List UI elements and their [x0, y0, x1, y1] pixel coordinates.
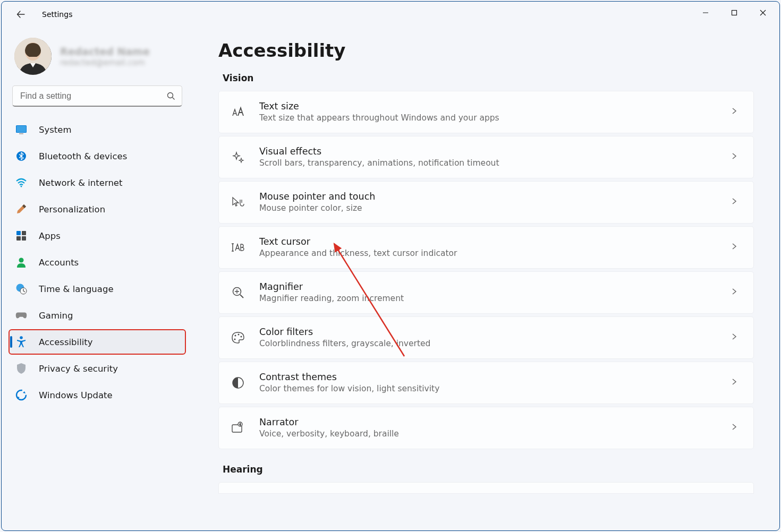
app-title: Settings [42, 10, 72, 19]
card-magnifier[interactable]: Magnifier Magnifier reading, zoom increm… [218, 271, 754, 314]
pointer-icon [231, 195, 245, 210]
card-visual-effects[interactable]: Visual effects Scroll bars, transparency… [218, 136, 754, 178]
card-mouse-pointer[interactable]: Mouse pointer and touch Mouse pointer co… [218, 181, 754, 224]
palette-icon [231, 330, 245, 345]
sidebar-item-accessibility[interactable]: Accessibility [9, 330, 185, 354]
svg-line-22 [240, 295, 243, 298]
sidebar-item-bluetooth[interactable]: Bluetooth & devices [9, 144, 185, 168]
search-icon [167, 92, 175, 100]
sidebar-item-label: Network & internet [39, 178, 122, 188]
svg-point-10 [21, 186, 22, 187]
card-body: Mouse pointer and touch Mouse pointer co… [259, 191, 731, 214]
svg-rect-13 [16, 236, 21, 241]
page-title: Accessibility [218, 40, 754, 61]
sidebar-item-personalization[interactable]: Personalization [9, 197, 185, 221]
search-box[interactable] [12, 85, 182, 107]
card-contrast-themes[interactable]: Contrast themes Color themes for low vis… [218, 362, 754, 404]
svg-point-23 [235, 335, 236, 337]
card-subtitle: Mouse pointer color, size [259, 203, 731, 214]
titlebar: Settings [2, 2, 779, 27]
contrast-icon [231, 375, 245, 390]
sidebar-item-accounts[interactable]: Accounts [9, 250, 185, 274]
chevron-right-icon [731, 332, 742, 343]
sidebar-item-time[interactable]: Time & language [9, 277, 185, 301]
sidebar: Redacted Name redacted@email.com System [2, 27, 193, 530]
card-subtitle: Text size that appears throughout Window… [259, 113, 731, 124]
person-icon [15, 256, 27, 268]
sidebar-item-label: Gaming [39, 311, 73, 321]
card-title: Mouse pointer and touch [259, 191, 731, 203]
card-title: Contrast themes [259, 371, 731, 384]
narrator-icon [231, 421, 245, 435]
card-title: Visual effects [259, 145, 731, 158]
card-narrator[interactable]: Narrator Voice, verbosity, keyboard, bra… [218, 407, 754, 449]
user-profile[interactable]: Redacted Name redacted@email.com [2, 31, 193, 83]
close-button[interactable] [749, 3, 777, 22]
text-size-icon [231, 105, 245, 119]
settings-window: Settings Redacted Name redacted@email.co… [1, 1, 780, 531]
card-body: Color filters Colorblindness filters, gr… [259, 326, 731, 350]
chevron-right-icon [731, 107, 742, 117]
vision-cards: Text size Text size that appears through… [193, 91, 754, 449]
text-cursor-icon [231, 240, 245, 255]
chevron-right-icon [731, 152, 742, 162]
card-color-filters[interactable]: Color filters Colorblindness filters, gr… [218, 316, 754, 359]
sidebar-item-label: System [39, 125, 72, 135]
chevron-right-icon [731, 197, 742, 208]
svg-point-24 [238, 334, 240, 336]
sidebar-item-network[interactable]: Network & internet [9, 170, 185, 195]
minimize-button[interactable] [691, 3, 720, 22]
clock-globe-icon [15, 283, 27, 295]
card-subtitle: Colorblindness filters, grayscale, inver… [259, 338, 731, 349]
card-partial-hearing[interactable] [218, 482, 754, 494]
sparkle-icon [231, 150, 245, 165]
card-body: Contrast themes Color themes for low vis… [259, 371, 731, 395]
search-button[interactable] [160, 86, 182, 106]
svg-point-18 [20, 336, 23, 339]
search-input[interactable] [13, 91, 160, 101]
user-text: Redacted Name redacted@email.com [60, 45, 182, 68]
sidebar-item-system[interactable]: System [9, 117, 185, 142]
paintbrush-icon [15, 203, 27, 215]
card-body: Visual effects Scroll bars, transparency… [259, 145, 731, 169]
card-body: Narrator Voice, verbosity, keyboard, bra… [259, 416, 731, 440]
card-title: Text cursor [259, 236, 731, 248]
sidebar-item-label: Apps [39, 231, 61, 241]
maximize-button[interactable] [720, 3, 749, 22]
chevron-right-icon [731, 377, 742, 388]
card-body: Text size Text size that appears through… [259, 100, 731, 124]
chevron-right-icon [731, 287, 742, 298]
user-name: Redacted Name [60, 45, 182, 58]
window-controls [691, 6, 777, 22]
back-button[interactable] [10, 4, 31, 25]
content-area: Redacted Name redacted@email.com System [2, 27, 779, 530]
minimize-icon [702, 10, 709, 16]
sidebar-item-gaming[interactable]: Gaming [9, 303, 185, 328]
sidebar-item-privacy[interactable]: Privacy & security [9, 356, 185, 381]
card-title: Text size [259, 100, 731, 113]
sidebar-item-update[interactable]: Windows Update [9, 383, 185, 407]
sidebar-item-apps[interactable]: Apps [9, 224, 185, 248]
svg-rect-14 [22, 236, 26, 241]
system-icon [15, 124, 27, 135]
svg-rect-1 [732, 11, 737, 15]
svg-rect-7 [16, 126, 26, 132]
card-title: Narrator [259, 416, 731, 429]
avatar [14, 38, 52, 75]
card-subtitle: Color themes for low vision, light sensi… [259, 383, 731, 394]
svg-point-26 [234, 339, 236, 340]
user-email: redacted@email.com [60, 58, 182, 67]
shield-icon [15, 363, 27, 374]
card-title: Color filters [259, 326, 731, 339]
back-arrow-icon [16, 10, 25, 19]
bluetooth-icon [15, 150, 27, 162]
card-text-size[interactable]: Text size Text size that appears through… [218, 91, 754, 133]
gamepad-icon [15, 310, 27, 321]
svg-rect-12 [22, 231, 26, 235]
chevron-right-icon [731, 423, 742, 433]
sidebar-item-label: Time & language [39, 284, 114, 294]
svg-point-25 [241, 336, 242, 338]
accessibility-icon [15, 336, 27, 348]
section-vision-label: Vision [223, 73, 754, 83]
card-text-cursor[interactable]: Text cursor Appearance and thickness, te… [218, 226, 754, 269]
